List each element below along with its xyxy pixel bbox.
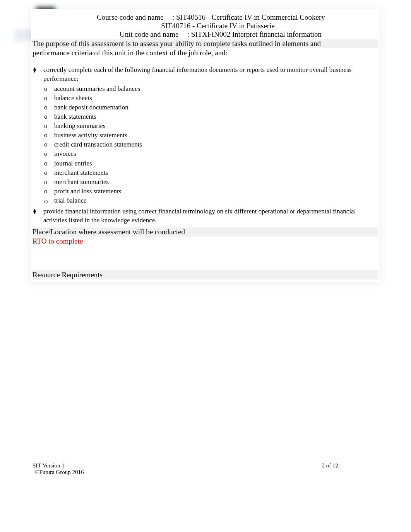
list-item: otrial balance [44, 196, 379, 206]
sub-item-text: merchant statements [54, 168, 379, 177]
place-location-row: Place/Location where assessment will be … [33, 227, 378, 237]
o-marker: o [44, 168, 54, 177]
o-marker: o [44, 149, 54, 159]
o-marker: o [44, 112, 54, 121]
o-marker: o [44, 103, 54, 112]
rto-to-complete: RTO to complete [33, 237, 378, 270]
bullet-1: ⧫ correctly complete each of the followi… [31, 65, 379, 84]
page-footer: SIT Version 1 2 of 12 ©Futura Group 2016 [33, 462, 338, 476]
sub-item-text: bank statements [54, 112, 379, 121]
sub-item-text: journal entries [54, 159, 379, 168]
bullet-1-text: correctly complete each of the following… [43, 66, 374, 84]
footer-page-number: 2 of 12 [322, 462, 339, 469]
purpose-intro-line2: performance criteria of this unit in the… [31, 48, 379, 65]
o-marker: o [44, 177, 54, 187]
sub-item-text: merchant summaries [54, 177, 379, 187]
list-item: obanking summaries [44, 121, 379, 131]
list-item: oprofit and loss statements [44, 187, 379, 196]
bullet-2-text: provide financial information using corr… [43, 207, 374, 225]
sub-item-text: business activity statements [54, 131, 379, 140]
sub-item-text: account summaries and balances [54, 84, 379, 94]
sub-item-text: credit card transaction statements [54, 140, 379, 149]
list-item: omerchant statements [44, 168, 379, 177]
o-marker: o [44, 140, 54, 149]
list-item: ojournal entries [44, 159, 379, 168]
sub-list: oaccount summaries and balances obalance… [31, 84, 379, 206]
resource-requirements-row: Resource Requirements [33, 270, 378, 280]
unit-line: Unit code and name : SITXFIN002 Interpre… [31, 30, 379, 39]
sub-item-text: trial balance [54, 196, 379, 206]
document-body: Course code and name : SIT40516 - Certif… [31, 9, 379, 282]
o-marker: o [44, 187, 54, 196]
footer-copyright: ©Futura Group 2016 [33, 469, 338, 476]
bullet-icon: ⧫ [33, 66, 43, 84]
list-item: oaccount summaries and balances [44, 84, 379, 94]
course-label: Course code and name [97, 13, 170, 22]
course-line-2: SIT40716 - Certificate IV in Patisserie [31, 22, 379, 30]
sub-item-text: banking summaries [54, 121, 379, 131]
sub-item-text: profit and loss statements [54, 187, 379, 196]
list-item: obusiness activity statements [44, 131, 379, 140]
bullet-icon: ⧫ [33, 207, 43, 225]
o-marker: o [44, 196, 54, 206]
list-item: omerchant summaries [44, 177, 379, 187]
footer-version: SIT Version 1 [33, 462, 65, 469]
purpose-intro-line1: The purpose of this assessment is to ass… [33, 39, 321, 48]
o-marker: o [44, 94, 54, 103]
document-header: Course code and name : SIT40516 - Certif… [31, 9, 379, 39]
purpose-heading-row: The purpose of this assessment is to ass… [33, 39, 378, 48]
sub-item-text: balance sheets [54, 94, 379, 103]
sub-item-text: invoices [54, 149, 379, 159]
course-line-1: Course code and name : SIT40516 - Certif… [31, 13, 379, 22]
bullet-2: ⧫ provide financial information using co… [31, 206, 379, 226]
unit-value: : SITXFIN002 Interpret financial informa… [187, 30, 322, 38]
o-marker: o [44, 84, 54, 94]
course-value-1: : SIT40516 - Certificate IV in Commercia… [172, 13, 325, 21]
list-item: oinvoices [44, 149, 379, 159]
list-item: obank deposit documentation [44, 103, 379, 112]
list-item: obalance sheets [44, 94, 379, 103]
sub-item-text: bank deposit documentation [54, 103, 379, 112]
list-item: ocredit card transaction statements [44, 140, 379, 149]
course-value-2: SIT40716 - Certificate IV in Patisserie [135, 22, 275, 30]
o-marker: o [44, 159, 54, 168]
list-item: obank statements [44, 112, 379, 121]
unit-label: Unit code and name [120, 30, 185, 39]
o-marker: o [44, 121, 54, 131]
o-marker: o [44, 131, 54, 140]
